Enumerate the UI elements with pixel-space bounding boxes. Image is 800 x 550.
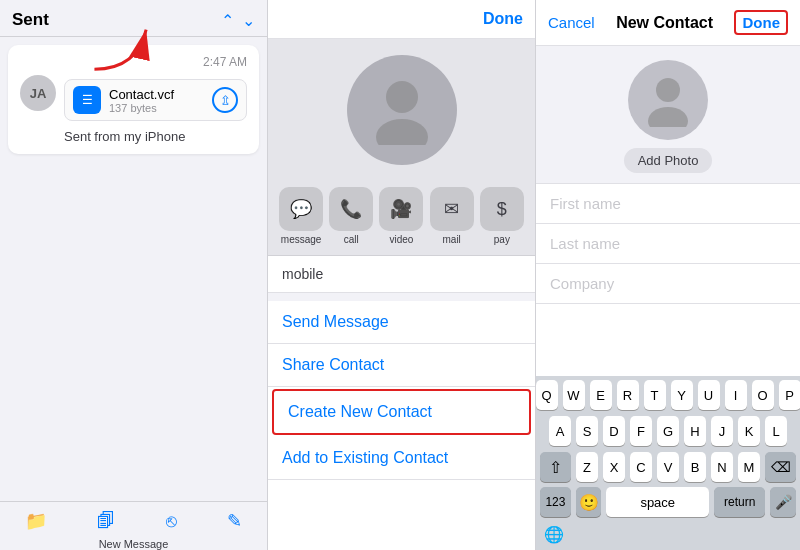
key-k[interactable]: K <box>738 416 760 446</box>
key-r[interactable]: R <box>617 380 639 410</box>
add-photo-button[interactable]: Add Photo <box>624 148 713 173</box>
svg-point-4 <box>648 107 688 127</box>
key-a[interactable]: A <box>549 416 571 446</box>
message-label: message <box>281 234 322 245</box>
message-icon: 💬 <box>279 187 323 231</box>
key-g[interactable]: G <box>657 416 679 446</box>
person-silhouette-icon <box>367 75 437 145</box>
key-x[interactable]: X <box>603 452 625 482</box>
key-b[interactable]: B <box>684 452 706 482</box>
space-key[interactable]: space <box>606 487 709 517</box>
keyboard-row-2: A S D F G H J K L <box>536 412 800 448</box>
folder-icon[interactable]: 🗐 <box>97 511 115 532</box>
attachment-size: 137 bytes <box>109 102 204 114</box>
key-t[interactable]: T <box>644 380 666 410</box>
emoji-key[interactable]: 🙂 <box>576 487 602 517</box>
key-v[interactable]: V <box>657 452 679 482</box>
call-action[interactable]: 📞 call <box>329 187 373 245</box>
key-y[interactable]: Y <box>671 380 693 410</box>
company-field[interactable]: Company <box>536 264 800 304</box>
shift-key[interactable]: ⇧ <box>540 452 571 482</box>
nc-avatar <box>628 60 708 140</box>
mail-icon: ✉ <box>430 187 474 231</box>
call-label: call <box>344 234 359 245</box>
create-new-contact-item[interactable]: Create New Contact <box>272 389 531 435</box>
attachment-name: Contact.vcf <box>109 87 204 102</box>
key-m[interactable]: M <box>738 452 760 482</box>
key-n[interactable]: N <box>711 452 733 482</box>
video-label: video <box>390 234 414 245</box>
key-p[interactable]: P <box>779 380 801 410</box>
email-item[interactable]: 2:47 AM JA <box>8 45 259 154</box>
separator <box>268 293 535 301</box>
contact-actions: 💬 message 📞 call 🎥 video ✉ mail $ pay <box>268 177 535 256</box>
key-o[interactable]: O <box>752 380 774 410</box>
attachment-icon: ☰ <box>73 86 101 114</box>
contact-panel: Done 💬 message 📞 call 🎥 video ✉ mail $ <box>268 0 536 550</box>
attachment-info: Contact.vcf 137 bytes <box>109 87 204 114</box>
key-s[interactable]: S <box>576 416 598 446</box>
nc-avatar-area: Add Photo <box>536 46 800 184</box>
svg-point-2 <box>376 119 428 145</box>
download-icon[interactable]: ⇫ <box>212 87 238 113</box>
share-contact-item[interactable]: Share Contact <box>268 344 535 387</box>
keyboard-row-1: Q W E R T Y U I O P <box>536 376 800 412</box>
keyboard-bottom-row: 123 🙂 space return 🎤 <box>536 484 800 523</box>
svg-point-1 <box>386 81 418 113</box>
compose-icon[interactable]: ✎ <box>227 510 242 532</box>
numbers-key[interactable]: 123 <box>540 487 571 517</box>
key-f[interactable]: F <box>630 416 652 446</box>
return-key[interactable]: return <box>714 487 765 517</box>
video-action[interactable]: 🎥 video <box>379 187 423 245</box>
message-action[interactable]: 💬 message <box>279 187 323 245</box>
new-contact-done-button[interactable]: Done <box>734 10 788 35</box>
new-contact-title: New Contact <box>616 14 713 32</box>
mail-action[interactable]: ✉ mail <box>430 187 474 245</box>
keyboard: Q W E R T Y U I O P A S D F G H J K L ⇧ … <box>536 376 800 550</box>
backspace-key[interactable]: ⌫ <box>765 452 796 482</box>
pay-label: pay <box>494 234 510 245</box>
contact-avatar-area <box>268 39 535 177</box>
mobile-field: mobile <box>268 256 535 293</box>
email-panel: Sent ⌃ ⌄ 2:47 AM JA <box>0 0 268 550</box>
key-d[interactable]: D <box>603 416 625 446</box>
row2-spacer-right <box>792 416 796 446</box>
nc-person-icon <box>641 73 695 127</box>
globe-icon[interactable]: 🌐 <box>544 525 564 544</box>
add-existing-contact-item[interactable]: Add to Existing Contact <box>268 437 535 480</box>
key-j[interactable]: J <box>711 416 733 446</box>
key-w[interactable]: W <box>563 380 585 410</box>
pay-icon: $ <box>480 187 524 231</box>
attachment-row[interactable]: ☰ Contact.vcf 137 bytes ⇫ <box>64 79 247 121</box>
new-contact-header: Cancel New Contact Done <box>536 0 800 46</box>
key-h[interactable]: H <box>684 416 706 446</box>
last-name-field[interactable]: Last name <box>536 224 800 264</box>
row2-spacer-left <box>540 416 544 446</box>
key-i[interactable]: I <box>725 380 747 410</box>
key-c[interactable]: C <box>630 452 652 482</box>
key-z[interactable]: Z <box>576 452 598 482</box>
contact-done-button[interactable]: Done <box>483 10 523 28</box>
key-q[interactable]: Q <box>536 380 558 410</box>
key-l[interactable]: L <box>765 416 787 446</box>
pay-action[interactable]: $ pay <box>480 187 524 245</box>
archive-icon[interactable]: 📁 <box>25 510 47 532</box>
arrow-down-icon[interactable]: ⌄ <box>242 11 255 30</box>
arrow-up-icon[interactable]: ⌃ <box>221 11 234 30</box>
new-contact-panel: Cancel New Contact Done Add Photo First … <box>536 0 800 550</box>
first-name-field[interactable]: First name <box>536 184 800 224</box>
cancel-button[interactable]: Cancel <box>548 14 595 31</box>
reply-icon[interactable]: ⎋ <box>166 511 177 532</box>
svg-point-3 <box>656 78 680 102</box>
key-e[interactable]: E <box>590 380 612 410</box>
nav-arrows[interactable]: ⌃ ⌄ <box>221 11 255 30</box>
email-bottom-bar: 📁 🗐 ⎋ ✎ <box>0 501 267 536</box>
new-message-label: New Message <box>0 538 267 550</box>
sent-from-text: Sent from my iPhone <box>64 129 247 144</box>
video-icon: 🎥 <box>379 187 423 231</box>
key-u[interactable]: U <box>698 380 720 410</box>
globe-row: 🌐 <box>536 523 800 550</box>
microphone-icon[interactable]: 🎤 <box>770 487 796 517</box>
avatar: JA <box>20 75 56 111</box>
send-message-item[interactable]: Send Message <box>268 301 535 344</box>
